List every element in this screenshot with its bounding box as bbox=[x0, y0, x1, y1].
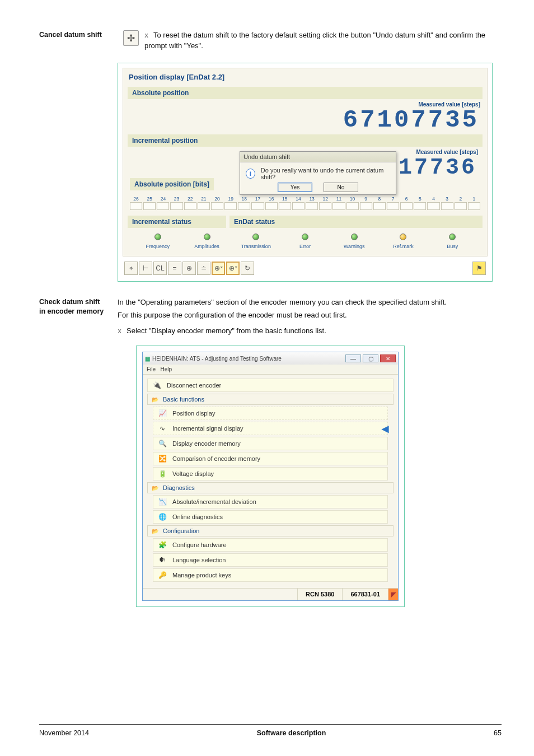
toolbar-button-8[interactable]: ↻ bbox=[241, 262, 254, 275]
incremental-status-header: Incremental status bbox=[128, 216, 226, 228]
toolbar-button-4[interactable]: ⊕ bbox=[182, 262, 196, 275]
bit-number: 25 bbox=[143, 196, 156, 202]
incremental-value-display: 17736 bbox=[399, 157, 480, 179]
led-amplitudes bbox=[204, 234, 210, 240]
toolbar-button-2[interactable]: CL bbox=[153, 262, 167, 275]
check-datum-p2: For this purpose the configuration of th… bbox=[118, 310, 502, 321]
status-transmission-label: Transmission bbox=[231, 244, 280, 249]
footer-title: Software description bbox=[257, 729, 326, 737]
toolbar-flag-button[interactable]: ⚑ bbox=[472, 262, 486, 275]
bit-cell bbox=[279, 202, 291, 210]
bits-row: 2625242322212019181716151413121110987654… bbox=[129, 196, 481, 210]
status-frequency-label: Frequency bbox=[133, 244, 182, 249]
toolbar-button-0[interactable]: ⌖ bbox=[124, 262, 138, 275]
bit-number: 3 bbox=[441, 196, 454, 202]
toolbar-button-1[interactable]: ⊢ bbox=[139, 262, 152, 275]
check-datum-p3: xSelect "Display encoder memory" from th… bbox=[118, 326, 502, 337]
bit-number: 6 bbox=[400, 196, 413, 202]
undo-datum-dialog: Undo datum shift i Do you really want to… bbox=[240, 151, 396, 195]
bit-cell bbox=[251, 202, 264, 210]
endat-status-header: EnDat status bbox=[229, 216, 483, 228]
bit-cell bbox=[130, 202, 142, 210]
yes-button[interactable]: Yes bbox=[278, 183, 312, 192]
bit-cell bbox=[468, 202, 480, 210]
disconnect-icon: 🔌 bbox=[152, 381, 161, 390]
bit-cell bbox=[211, 202, 223, 210]
maximize-button[interactable]: ▢ bbox=[363, 354, 378, 362]
compare-icon: 🔀 bbox=[158, 454, 167, 463]
bullet-marker: x bbox=[118, 326, 123, 336]
bit-cell bbox=[400, 202, 413, 210]
window-title: ▦HEIDENHAIN: ATS - Adjusting and Testing… bbox=[145, 356, 282, 362]
configuration-header[interactable]: 📂 Configuration bbox=[147, 525, 394, 536]
footer-page: 65 bbox=[494, 729, 502, 737]
ats-window-screenshot: ▦HEIDENHAIN: ATS - Adjusting and Testing… bbox=[136, 346, 405, 607]
cancel-datum-heading: Cancel datum shift bbox=[39, 30, 118, 40]
bit-number: 11 bbox=[332, 196, 345, 202]
display-encoder-memory-item[interactable]: 🔍Display encoder memory bbox=[153, 437, 388, 450]
no-button[interactable]: No bbox=[324, 183, 358, 192]
manage-product-keys-item[interactable]: 🔑Manage product keys bbox=[153, 568, 388, 582]
bit-number: 20 bbox=[210, 196, 224, 202]
bit-number: 12 bbox=[318, 196, 332, 202]
position-display-item[interactable]: 📈Position display bbox=[153, 407, 388, 420]
comparison-encoder-memory-item[interactable]: 🔀Comparison of encoder memory bbox=[153, 452, 388, 465]
toolbar-button-3[interactable]: = bbox=[168, 262, 181, 275]
bit-cell bbox=[198, 202, 210, 210]
bit-cell bbox=[346, 202, 359, 210]
crosshair-arrow-icon: ✢ bbox=[123, 30, 139, 46]
check-datum-p1: In the "Operating parameters" section of… bbox=[118, 297, 502, 308]
toolbar: ⌖⊢CL=⊕≐⊕ˣ⊕ˣ↻⚑ bbox=[123, 260, 488, 277]
bit-number: 26 bbox=[129, 196, 143, 202]
close-button[interactable]: ✕ bbox=[380, 354, 396, 362]
bit-number: 18 bbox=[237, 196, 251, 202]
menu-file[interactable]: File bbox=[147, 366, 156, 372]
bit-cell bbox=[157, 202, 169, 210]
language-selection-item[interactable]: 🗣Language selection bbox=[153, 553, 388, 567]
bit-cell bbox=[441, 202, 453, 210]
check-datum-heading: Check datum shiftin encoder memory bbox=[39, 297, 118, 316]
basic-functions-header[interactable]: 📂 Basic functions bbox=[147, 394, 394, 405]
language-icon: 🗣 bbox=[158, 556, 167, 564]
toolbar-button-7[interactable]: ⊕ˣ bbox=[226, 262, 240, 275]
minimize-button[interactable]: — bbox=[345, 354, 361, 362]
led-frequency bbox=[154, 234, 161, 240]
bit-number: 4 bbox=[427, 196, 440, 202]
bit-number: 16 bbox=[265, 196, 278, 202]
voltage-display-item[interactable]: 🔋Voltage display bbox=[153, 467, 388, 480]
chip-icon: 🔍 bbox=[158, 439, 167, 448]
cancel-datum-text: xTo reset the datum shift to the factory… bbox=[144, 30, 502, 52]
menu-help[interactable]: Help bbox=[160, 366, 172, 372]
folder-icon: 📂 bbox=[152, 528, 158, 534]
incremental-signal-item[interactable]: ∿Incremental signal display ◀ bbox=[153, 422, 388, 435]
bit-number: 7 bbox=[386, 196, 400, 202]
bit-cell bbox=[238, 202, 250, 210]
disconnect-encoder-item[interactable]: 🔌 Disconnect encoder bbox=[147, 379, 394, 392]
measured-value-label-2: Measured value [steps] bbox=[416, 149, 480, 155]
status-amplitudes-label: Amplitudes bbox=[182, 244, 232, 249]
dialog-title: Undo datum shift bbox=[240, 152, 396, 162]
battery-icon: 🔋 bbox=[158, 469, 167, 478]
info-icon: i bbox=[246, 169, 255, 179]
diagnostics-header[interactable]: 📂 Diagnostics bbox=[147, 482, 394, 493]
status-refmark-label: Ref.mark bbox=[379, 244, 428, 249]
key-icon: 🔑 bbox=[158, 571, 167, 580]
configure-hardware-item[interactable]: 🧩Configure hardware bbox=[153, 538, 388, 552]
toolbar-button-6[interactable]: ⊕ˣ bbox=[212, 262, 225, 275]
bit-number: 22 bbox=[184, 196, 197, 202]
led-busy bbox=[449, 234, 456, 240]
abs-inc-deviation-item[interactable]: 📉Absolute/incremental deviation bbox=[153, 495, 388, 508]
sine-icon: ∿ bbox=[158, 424, 167, 433]
online-diagnostics-item[interactable]: 🌐Online diagnostics bbox=[153, 510, 388, 524]
bit-number: 13 bbox=[305, 196, 318, 202]
bit-number: 5 bbox=[413, 196, 427, 202]
absolute-value-display: 67107735 bbox=[128, 108, 483, 132]
undo-datum-icon-button[interactable]: ✢ bbox=[118, 30, 144, 46]
position-display-screenshot: Position display [EnDat 2.2] Absolute po… bbox=[118, 63, 493, 282]
bit-number: 19 bbox=[224, 196, 237, 202]
dialog-text: Do you really want to undo the current d… bbox=[261, 167, 390, 180]
bit-number: 15 bbox=[278, 196, 292, 202]
toolbar-button-5[interactable]: ≐ bbox=[197, 262, 210, 275]
led-warnings bbox=[351, 234, 358, 240]
status-busy-label: Busy bbox=[428, 244, 477, 249]
